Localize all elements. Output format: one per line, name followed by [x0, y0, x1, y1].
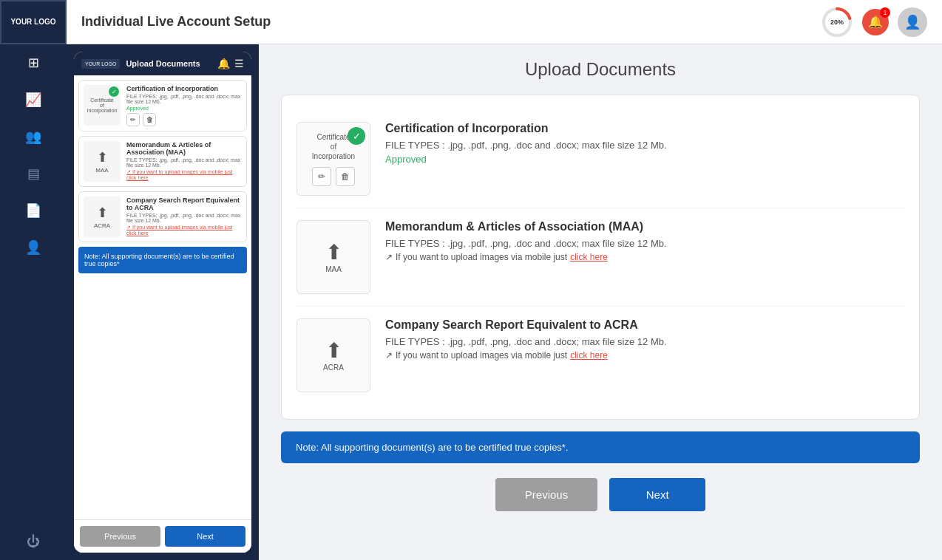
sidebar-item-grid[interactable]: ⊞	[0, 44, 67, 81]
mobile-doc-thumb-acra: ⬆ ACRA	[84, 197, 121, 237]
doc-info-maa: Memorandum & Articles of Association (MA…	[385, 220, 904, 262]
mobile-cert-types: FILE TYPES: .jpg, .pdf, .png, .doc and .…	[126, 94, 242, 104]
doc-info-cert: Certification of Incorporation FILE TYPE…	[385, 122, 904, 165]
main-area: Individual Live Account Setup 20% 🔔 1 👤	[67, 0, 942, 560]
mobile-menu-icon[interactable]: ☰	[234, 58, 244, 69]
content-wrapper: YOUR LOGO Upload Documents 🔔 ☰ ✓ Certifi…	[67, 44, 942, 560]
cert-check-icon: ✓	[348, 127, 365, 145]
notification-badge: 1	[880, 7, 890, 18]
acra-doc-filetypes: FILE TYPES : .jpg, .pdf, .png, .doc and …	[385, 336, 904, 347]
header-actions: 20% 🔔 1 👤	[821, 6, 927, 38]
mobile-maa-types: FILE TYPES: .jpg, .pdf, .png, .doc and .…	[126, 157, 242, 168]
mobile-header: YOUR LOGO Upload Documents 🔔 ☰	[74, 52, 251, 75]
mobile-upload-icon-maa: ⬆	[97, 149, 108, 165]
sidebar-item-users[interactable]: 👥	[0, 118, 67, 155]
mobile-maa-link[interactable]: ↗ If you want to upload images via mobil…	[126, 169, 242, 180]
acra-upload-icon: ⬆	[325, 338, 342, 363]
mobile-next-button[interactable]: Next	[165, 526, 245, 547]
mobile-acra-title: Company Search Report Equivalent to ACRA	[126, 197, 242, 211]
note-bar: Note: All supporting document(s) are to …	[281, 431, 920, 463]
mobile-acra-link[interactable]: ↗ If you want to upload images via mobil…	[126, 225, 242, 236]
mobile-content: ✓ CertificateofIncorporation Certificati…	[74, 75, 251, 519]
mobile-note: Note: All supporting document(s) are to …	[78, 247, 247, 273]
progress-circle: 20%	[821, 6, 853, 38]
doc-thumbnail-maa[interactable]: ⬆ MAA	[297, 220, 370, 294]
mobile-header-title: Upload Documents	[126, 59, 217, 68]
acra-doc-name: Company Search Report Equivalent to ACRA	[385, 318, 904, 332]
page-title: Upload Documents	[281, 59, 920, 80]
sidebar: YOUR LOGO ⊞ 📈 👥 ▤ 📄 👤 ⏻	[0, 0, 67, 560]
mobile-header-icons: 🔔 ☰	[217, 58, 244, 69]
mobile-device: YOUR LOGO Upload Documents 🔔 ☰ ✓ Certifi…	[74, 52, 251, 553]
next-button[interactable]: Next	[609, 478, 705, 511]
cert-thumb-actions: ✏ 🗑	[312, 167, 355, 186]
mobile-cert-title: Certification of Incorporation	[126, 85, 242, 92]
sidebar-item-layers[interactable]: ▤	[0, 155, 67, 192]
acra-click-here-link[interactable]: click here	[570, 350, 608, 361]
progress-text: 20%	[830, 18, 844, 26]
cert-doc-filetypes: FILE TYPES : .jpg, .pdf, .png, .doc and …	[385, 140, 904, 151]
mobile-doc-item-acra: ⬆ ACRA Company Search Report Equivalent …	[78, 191, 247, 242]
previous-button[interactable]: Previous	[495, 478, 597, 511]
acra-thumb-label: ACRA	[323, 363, 344, 372]
acra-upload-area[interactable]: ⬆	[325, 338, 342, 363]
mobile-doc-item-maa: ⬆ MAA Memorandum & Articles of Associati…	[78, 136, 247, 187]
mobile-acra-types: FILE TYPES: .jpg, .pdf, .png, .doc and .…	[126, 213, 242, 223]
acra-link-text: If you want to upload images via mobile …	[396, 350, 567, 361]
doc-thumbnail-cert: ✓ CertificateofIncorporation ✏ 🗑	[297, 122, 370, 196]
mobile-doc-item: ✓ CertificateofIncorporation Certificati…	[78, 80, 247, 132]
app-logo: YOUR LOGO	[0, 0, 67, 44]
doc-card-acra: ⬆ ACRA Company Search Report Equivalent …	[297, 307, 904, 404]
mobile-logo: YOUR LOGO	[81, 59, 120, 69]
maa-doc-filetypes: FILE TYPES : .jpg, .pdf, .png, .doc and …	[385, 238, 904, 249]
doc-card-maa: ⬆ MAA Memorandum & Articles of Associati…	[297, 208, 904, 307]
mobile-bell-icon[interactable]: 🔔	[217, 58, 230, 69]
page-header-title: Individual Live Account Setup	[81, 14, 821, 30]
sidebar-item-user[interactable]: 👤	[0, 229, 67, 266]
maa-upload-icon: ⬆	[325, 240, 342, 264]
avatar[interactable]: 👤	[898, 7, 927, 37]
mobile-previous-button[interactable]: Previous	[80, 526, 160, 547]
main-content: Upload Documents ✓ CertificateofIncorpor…	[259, 44, 942, 560]
doc-info-acra: Company Search Report Equivalent to ACRA…	[385, 318, 904, 361]
acra-link-icon: ↗	[385, 350, 393, 361]
sidebar-item-file[interactable]: 📄	[0, 192, 67, 229]
mobile-doc-info-maa: Memorandum & Articles of Association (MA…	[126, 141, 242, 182]
action-buttons: Previous Next	[281, 478, 920, 511]
mobile-edit-button[interactable]: ✏	[126, 113, 140, 126]
mobile-footer: Previous Next	[74, 519, 251, 553]
mobile-doc-info-acra: Company Search Report Equivalent to ACRA…	[126, 197, 242, 237]
maa-link-icon: ↗	[385, 252, 393, 262]
mobile-maa-title: Memorandum & Articles of Association (MA…	[126, 141, 242, 156]
maa-mobile-link[interactable]: ↗ If you want to upload images via mobil…	[385, 252, 904, 262]
cert-doc-name: Certification of Incorporation	[385, 122, 904, 135]
mobile-cert-status: Approved	[126, 106, 242, 111]
cert-doc-status: Approved	[385, 154, 904, 165]
mobile-doc-check-icon: ✓	[109, 86, 119, 97]
cert-edit-button[interactable]: ✏	[312, 167, 331, 186]
mobile-doc-thumb-maa: ⬆ MAA	[84, 141, 121, 182]
mobile-doc-info-cert: Certification of Incorporation FILE TYPE…	[126, 85, 242, 126]
docs-container: ✓ CertificateofIncorporation ✏ 🗑 Certifi…	[281, 95, 920, 420]
mobile-upload-icon-acra: ⬆	[97, 205, 108, 221]
mobile-panel: YOUR LOGO Upload Documents 🔔 ☰ ✓ Certifi…	[67, 44, 259, 560]
sidebar-item-chart[interactable]: 📈	[0, 81, 67, 118]
maa-thumb-label: MAA	[325, 264, 342, 274]
header: Individual Live Account Setup 20% 🔔 1 👤	[67, 0, 942, 44]
sidebar-item-power[interactable]: ⏻	[0, 523, 67, 560]
maa-upload-area[interactable]: ⬆	[325, 240, 342, 264]
maa-link-text: If you want to upload images via mobile …	[396, 252, 567, 262]
notification-button[interactable]: 🔔 1	[862, 9, 889, 35]
mobile-doc-thumb-cert: ✓ CertificateofIncorporation	[84, 85, 121, 126]
mobile-delete-button[interactable]: 🗑	[143, 113, 156, 126]
maa-click-here-link[interactable]: click here	[570, 252, 608, 262]
mobile-cert-actions: ✏ 🗑	[126, 113, 242, 126]
acra-mobile-link[interactable]: ↗ If you want to upload images via mobil…	[385, 350, 904, 361]
doc-card-cert: ✓ CertificateofIncorporation ✏ 🗑 Certifi…	[297, 110, 904, 208]
doc-thumbnail-acra[interactable]: ⬆ ACRA	[297, 318, 370, 392]
maa-doc-name: Memorandum & Articles of Association (MA…	[385, 220, 904, 233]
cert-delete-button[interactable]: 🗑	[336, 167, 355, 186]
